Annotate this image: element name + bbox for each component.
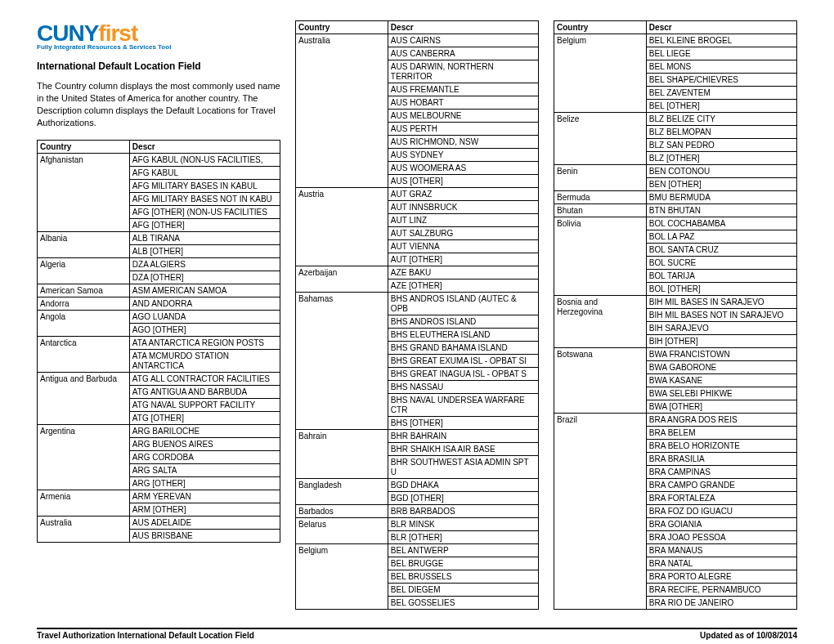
descr-cell: BRA GOIANIA <box>646 518 796 531</box>
descr-cell: AFG MILITARY BASES NOT IN KABU <box>129 193 280 206</box>
country-cell: Botswana <box>554 348 647 414</box>
country-cell: Austria <box>296 188 388 266</box>
country-cell: Bosnia and Herzegovina <box>554 296 647 348</box>
descr-cell: AUT GRAZ <box>388 188 538 201</box>
logo-part1: CUNY <box>37 20 98 46</box>
descr-cell: ASM AMERICAN SAMOA <box>129 284 280 297</box>
descr-cell: BRA ANGRA DOS REIS <box>646 414 796 427</box>
descr-cell: BRA FORTALEZA <box>646 492 796 505</box>
country-cell: Australia <box>296 34 388 188</box>
table-row: Bosnia and HerzegovinaBIH MIL BASES IN S… <box>554 296 797 309</box>
descr-cell: BHR SHAIKH ISA AIR BASE <box>388 443 538 456</box>
locations-table-col1: CountryDescrAfghanistanAFG KABUL (NON-US… <box>37 140 280 543</box>
descr-cell: DZA ALGIERS <box>129 258 280 271</box>
descr-cell: BRA JOAO PESSOA <box>646 531 796 544</box>
descr-cell: AUT SALZBURG <box>388 227 538 240</box>
table-row: BelizeBLZ BELIZE CITY <box>554 113 797 126</box>
descr-cell: BLZ SAN PEDRO <box>646 139 796 152</box>
descr-cell: BHS NAVAL UNDERSEA WARFARE CTR <box>388 394 538 417</box>
descr-cell: ARG CORDOBA <box>129 451 280 464</box>
descr-cell: BIH MIL BASES NOT IN SARAJEVO <box>646 309 796 322</box>
table-row: Antigua and BarbudaATG ALL CONTRACTOR FA… <box>38 373 280 386</box>
descr-cell: BEL BRUGGE <box>388 557 538 570</box>
descr-cell: AND ANDORRA <box>129 297 280 311</box>
descr-cell: BEL [OTHER] <box>646 100 796 113</box>
descr-cell: ARG SALTA <box>129 464 280 477</box>
descr-cell: BOL LA PAZ <box>646 230 796 244</box>
descr-cell: BHS ELEUTHERA ISLAND <box>388 329 538 342</box>
logo: CUNYfirst Fully Integrated Resources & S… <box>37 20 280 51</box>
descr-cell: AUT LINZ <box>388 214 538 227</box>
descr-cell: BWA GABORONE <box>646 361 796 374</box>
descr-cell: BOL COCHABAMBA <box>646 217 796 230</box>
table-row: AfghanistanAFG KABUL (NON-US FACILITIES, <box>38 154 280 167</box>
descr-cell: BTN BHUTAN <box>646 204 796 217</box>
country-cell: American Samoa <box>38 284 130 297</box>
header-country: Country <box>38 141 130 154</box>
descr-cell: ALB TIRANA <box>129 232 280 245</box>
country-cell: Bangladesh <box>296 479 388 505</box>
country-cell: Barbados <box>296 505 388 518</box>
page-footer: Travel Authorization International Defau… <box>37 628 797 640</box>
header-country: Country <box>296 21 388 34</box>
descr-cell: BRA PORTO ALEGRE <box>646 570 796 584</box>
descr-cell: BOL SUCRE <box>646 257 796 270</box>
descr-cell: ARG BUENOS AIRES <box>129 438 280 451</box>
descr-cell: BEL LIEGE <box>646 47 796 60</box>
country-cell: Australia <box>38 517 130 543</box>
descr-cell: BRA RIO DE JANEIRO <box>646 597 796 610</box>
descr-cell: BRA NATAL <box>646 557 796 570</box>
descr-cell: AUS CAIRNS <box>388 34 538 47</box>
table-row: BahamasBHS ANDROS ISLAND (AUTEC & OPB <box>296 293 539 315</box>
descr-cell: AFG [OTHER] (NON-US FACILITIES <box>129 206 280 219</box>
descr-cell: BGD [OTHER] <box>388 492 538 505</box>
descr-cell: AUT INNSBRUCK <box>388 201 538 214</box>
descr-cell: AUS [OTHER] <box>388 175 538 188</box>
descr-cell: AFG [OTHER] <box>129 219 280 232</box>
descr-cell: BHS GREAT EXUMA ISL - OPBAT SI <box>388 355 538 368</box>
descr-cell: BLR [OTHER] <box>388 531 538 544</box>
descr-cell: ATA ANTARCTICA REGION POSTS <box>129 337 280 350</box>
descr-cell: BHS ANDROS ISLAND (AUTEC & OPB <box>388 293 538 315</box>
descr-cell: BWA [OTHER] <box>646 400 796 414</box>
country-cell: Bermuda <box>554 191 647 204</box>
descr-cell: BHR BAHRAIN <box>388 430 538 443</box>
table-row: BeninBEN COTONOU <box>554 165 797 178</box>
descr-cell: AZE [OTHER] <box>388 280 538 293</box>
descr-cell: BLR MINSK <box>388 518 538 531</box>
descr-cell: AUT VIENNA <box>388 240 538 253</box>
country-cell: Belize <box>554 113 647 165</box>
table-row: ArmeniaARM YEREVAN <box>38 490 280 503</box>
descr-cell: AZE BAKU <box>388 266 538 280</box>
descr-cell: AUS RICHMOND, NSW <box>388 136 538 149</box>
table-row: BoliviaBOL COCHABAMBA <box>554 217 797 230</box>
descr-cell: BEL DIEGEM <box>388 584 538 597</box>
table-row: AustraliaAUS CAIRNS <box>296 34 539 47</box>
logo-part2: first <box>98 20 137 46</box>
descr-cell: BRA RECIFE, PERNAMBUCO <box>646 584 796 597</box>
descr-cell: AUS MELBOURNE <box>388 110 538 123</box>
descr-cell: BEL ZAVENTEM <box>646 87 796 100</box>
descr-cell: BRA BELO HORIZONTE <box>646 440 796 453</box>
table-row: BrazilBRA ANGRA DOS REIS <box>554 414 797 427</box>
descr-cell: BLZ BELMOPAN <box>646 126 796 139</box>
descr-cell: BWA SELEBI PHIKWE <box>646 387 796 400</box>
descr-cell: BOL [OTHER] <box>646 283 796 296</box>
descr-cell: ATG ANTIGUA AND BARBUDA <box>129 386 280 399</box>
table-row: BangladeshBGD DHAKA <box>296 479 539 492</box>
descr-cell: ARM [OTHER] <box>129 503 280 517</box>
descr-cell: BRA BELEM <box>646 427 796 440</box>
descr-cell: AUS CANBERRA <box>388 47 538 60</box>
table-row: AlgeriaDZA ALGIERS <box>38 258 280 271</box>
descr-cell: BEL SHAPE/CHIEVRES <box>646 74 796 87</box>
country-cell: Bhutan <box>554 204 647 217</box>
country-cell: Azerbaijan <box>296 266 388 293</box>
country-cell: Antigua and Barbuda <box>38 373 130 425</box>
descr-cell: BRA FOZ DO IGUACU <box>646 505 796 518</box>
descr-cell: AUS HOBART <box>388 96 538 110</box>
table-row: American SamoaASM AMERICAN SAMOA <box>38 284 280 297</box>
header-descr: Descr <box>129 141 280 154</box>
descr-cell: AUS WOOMERA AS <box>388 162 538 175</box>
table-row: BermudaBMU BERMUDA <box>554 191 797 204</box>
descr-cell: BEL BRUSSELS <box>388 570 538 584</box>
